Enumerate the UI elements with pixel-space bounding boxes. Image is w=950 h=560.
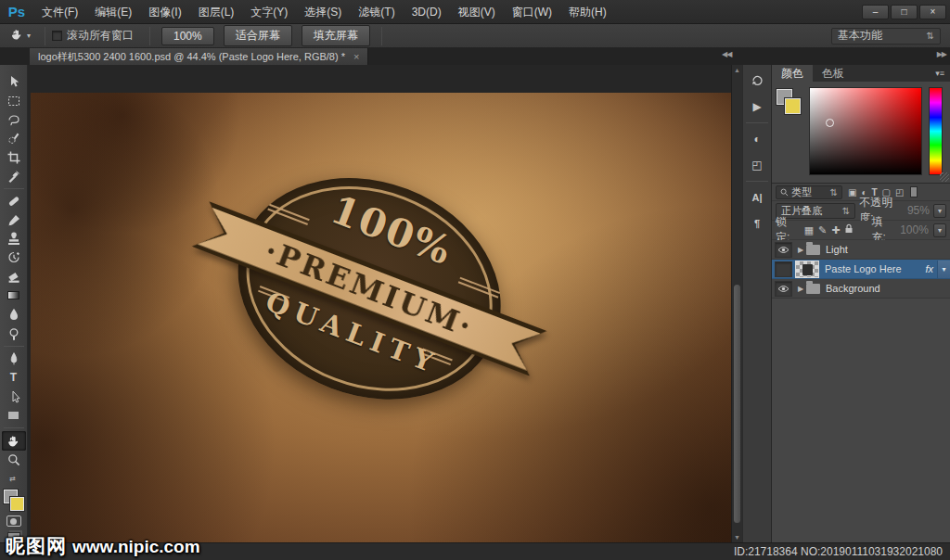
rectangular-marquee-tool[interactable]	[2, 91, 26, 109]
fill-screen-button[interactable]: 填充屏幕	[302, 25, 370, 46]
tab-close-icon[interactable]: ×	[353, 51, 359, 62]
blur-tool[interactable]	[2, 305, 26, 324]
panel-resize-grip[interactable]	[940, 172, 949, 182]
gradient-tool[interactable]	[2, 286, 26, 305]
spinner-icon: ⇅	[830, 187, 838, 197]
layer-row-light[interactable]: ▶ Light	[772, 240, 950, 260]
history-panel-icon[interactable]	[745, 70, 769, 91]
move-tool[interactable]	[2, 72, 26, 91]
menu-layer[interactable]: 图层(L)	[190, 0, 243, 24]
pen-tool-icon	[6, 351, 21, 366]
expand-group-icon[interactable]: ▶	[795, 246, 806, 254]
background-color-swatch[interactable]	[10, 497, 24, 511]
collapse-panels-right-icon[interactable]: ▶▶	[937, 50, 946, 58]
workspace-selector[interactable]: 基本功能 ⇅	[831, 28, 941, 45]
fill-dropdown-icon[interactable]: ▾	[933, 223, 946, 237]
scroll-down-icon[interactable]: ▼	[732, 534, 742, 541]
fx-dropdown-icon[interactable]: ▾	[937, 261, 950, 278]
scroll-all-windows-label: 滚动所有窗口	[67, 28, 134, 44]
actions-panel-icon[interactable]: ▶	[745, 96, 769, 117]
menu-type[interactable]: 文字(Y)	[242, 0, 296, 24]
expand-group-icon[interactable]: ▶	[795, 285, 806, 293]
rectangle-shape-tool[interactable]	[2, 406, 26, 425]
close-button[interactable]: ×	[919, 5, 946, 19]
spinner-icon: ⇅	[927, 31, 934, 41]
paragraph-panel-icon[interactable]: ¶	[745, 213, 769, 234]
quick-selection-tool[interactable]	[2, 129, 26, 147]
tab-swatches[interactable]: 色板	[813, 65, 854, 82]
scroll-all-windows-checkbox[interactable]	[52, 31, 62, 41]
adjustments-panel-icon[interactable]: ◐	[745, 129, 769, 149]
quick-mask-button[interactable]	[6, 515, 21, 527]
character-panel-icon[interactable]: A|	[745, 187, 769, 208]
zoom-100-button[interactable]: 100%	[161, 27, 214, 45]
zoom-tool[interactable]	[2, 451, 26, 469]
fill-value[interactable]: 100%	[900, 223, 929, 236]
eyedropper-tool[interactable]	[2, 167, 26, 185]
layer-row-background[interactable]: ▶ Background	[772, 279, 950, 299]
scroll-up-icon[interactable]: ▲	[732, 67, 742, 73]
menu-edit[interactable]: 编辑(E)	[86, 0, 140, 24]
color-panel-body	[772, 82, 950, 184]
menu-view[interactable]: 视图(V)	[450, 0, 504, 24]
layer-row-paste-logo-here[interactable]: Paste Logo Here fx ▾	[772, 260, 950, 279]
eraser-tool[interactable]	[2, 267, 26, 286]
move-tool-icon	[6, 74, 21, 89]
menu-image[interactable]: 图像(I)	[140, 0, 189, 24]
brush-tool[interactable]	[2, 210, 26, 229]
filter-image-icon[interactable]: ▣	[848, 187, 856, 197]
visibility-toggle[interactable]	[775, 242, 792, 258]
tab-color[interactable]: 颜色	[772, 65, 813, 82]
history-brush-tool[interactable]	[2, 248, 26, 267]
lasso-tool[interactable]	[2, 110, 26, 129]
canvas-area[interactable]: 100% ·PREMIUM· QUALITY ▲ ▼	[28, 65, 742, 542]
path-selection-tool[interactable]	[2, 388, 26, 406]
menu-help[interactable]: 帮助(H)	[560, 0, 615, 24]
tool-preset-hand[interactable]: ▾	[0, 27, 38, 45]
crop-tool[interactable]	[2, 147, 26, 166]
scrollbar-thumb[interactable]	[734, 285, 740, 524]
smart-object-thumbnail[interactable]	[795, 261, 819, 278]
filter-toggle-switch[interactable]	[910, 186, 918, 197]
visibility-toggle[interactable]	[775, 281, 792, 297]
maximize-button[interactable]: □	[891, 5, 918, 19]
canvas-vertical-scrollbar[interactable]: ▲ ▼	[731, 65, 742, 542]
default-swap-colors[interactable]: ⇄	[2, 469, 26, 488]
eye-icon	[777, 285, 790, 293]
lock-position-icon[interactable]: ✚	[831, 224, 840, 236]
collapse-panels-left-icon[interactable]: ◀◀	[722, 50, 731, 58]
dodge-tool[interactable]	[2, 324, 26, 342]
fit-screen-button[interactable]: 适合屏幕	[224, 25, 292, 46]
panel-background-swatch[interactable]	[785, 98, 801, 114]
menu-3d[interactable]: 3D(D)	[404, 0, 450, 24]
hand-tool-icon	[6, 433, 21, 449]
lock-pixels-icon[interactable]: ✎	[818, 224, 827, 236]
document-tab[interactable]: logo样机5300 2400 1600.psd @ 44.4% (Paste …	[30, 48, 368, 65]
type-tool[interactable]: T	[2, 368, 26, 387]
layer-fx-badge[interactable]: fx	[925, 263, 937, 274]
pen-tool[interactable]	[2, 350, 26, 368]
lock-all-icon[interactable]	[844, 223, 854, 236]
color-picker-cursor[interactable]	[826, 119, 834, 127]
panel-menu-icon[interactable]: ▾≡	[930, 65, 950, 82]
menu-file[interactable]: 文件(F)	[33, 0, 86, 24]
spot-healing-brush-tool[interactable]	[2, 192, 26, 210]
premium-quality-badge: 100% ·PREMIUM· QUALITY	[157, 121, 578, 466]
visibility-toggle-hidden[interactable]	[775, 261, 792, 277]
clone-stamp-tool[interactable]	[2, 230, 26, 248]
panel-fg-bg-swatches	[777, 89, 804, 117]
document-image[interactable]: 100% ·PREMIUM· QUALITY	[31, 93, 731, 542]
saturation-brightness-field[interactable]	[809, 87, 922, 175]
properties-panel-icon[interactable]: ◰	[745, 155, 769, 175]
opacity-dropdown-icon[interactable]: ▾	[933, 204, 946, 218]
lock-transparent-icon[interactable]: ▦	[804, 224, 814, 236]
opacity-value[interactable]: 95%	[907, 204, 930, 217]
hue-slider[interactable]	[929, 87, 943, 175]
minimize-button[interactable]: –	[862, 5, 889, 19]
menu-window[interactable]: 窗口(W)	[504, 0, 560, 24]
hand-tool[interactable]	[2, 431, 26, 450]
layers-panel-body: 类型 ⇅ ▣ ◐ T ▢ ◰ 正片叠底 ⇅ 不透明度: 95%	[772, 184, 950, 542]
layer-filter-type-select[interactable]: 类型 ⇅	[776, 185, 842, 199]
menu-select[interactable]: 选择(S)	[296, 0, 350, 24]
menu-filter[interactable]: 滤镜(T)	[350, 0, 403, 24]
